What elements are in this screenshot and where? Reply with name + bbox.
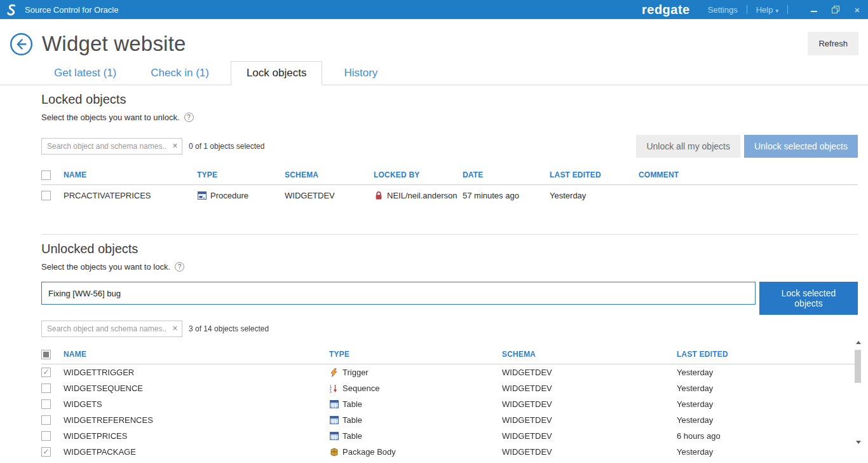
locked-objects-heading: Locked objects — [41, 92, 858, 107]
select-all-checkbox[interactable] — [41, 350, 51, 359]
cell-text: Yesterday — [550, 191, 586, 200]
cell-text: Trigger — [342, 368, 369, 377]
column-header-date[interactable]: DATE — [463, 166, 550, 184]
back-button[interactable] — [10, 32, 33, 56]
indeterminate-mark — [43, 352, 49, 357]
unlock-instruction: Select the objects you want to unlock. — [41, 113, 180, 122]
cell-name: WIDGETPACKAGE — [64, 447, 329, 457]
cell-text: WIDGETPRICES — [64, 431, 127, 441]
close-button[interactable]: × — [846, 0, 868, 19]
cell-text: WIDGETS — [64, 399, 102, 409]
table-icon — [329, 432, 339, 440]
cell-text: WIDGETTRIGGER — [64, 368, 134, 377]
cell-schema: WIDGETDEV — [502, 384, 677, 393]
trigger-icon — [329, 368, 339, 377]
lock-selected-objects-button[interactable]: Lock selected objects — [759, 282, 858, 315]
column-header-last-edited[interactable]: LAST EDITED — [550, 166, 639, 184]
help-question-icon[interactable]: ? — [175, 262, 184, 272]
column-header-type[interactable]: TYPE — [197, 166, 285, 184]
help-question-icon[interactable]: ? — [184, 113, 194, 122]
column-header-type[interactable]: TYPE — [329, 345, 502, 364]
cell-text: WIDGETSEQUENCE — [64, 384, 143, 393]
cell-text: Procedure — [210, 191, 248, 200]
cell-schema: WIDGETDEV — [502, 415, 677, 425]
lock-instruction: Select the objects you want to lock. — [41, 262, 170, 272]
tab-get-latest-1[interactable]: Get latest (1) — [41, 61, 129, 85]
table-icon — [329, 416, 339, 424]
tab-lock-objects[interactable]: Lock objects — [231, 61, 323, 85]
column-header-locked-by[interactable]: LOCKED BY — [374, 166, 463, 184]
column-header-name[interactable]: NAME — [64, 345, 329, 364]
column-header-name[interactable]: NAME — [64, 166, 197, 184]
procedure-icon — [197, 191, 207, 200]
cell-text: Table — [342, 399, 362, 409]
restore-icon — [832, 6, 839, 13]
app-window: Source Control for Oracle redgate Settin… — [0, 0, 868, 463]
row-checkbox[interactable] — [41, 399, 51, 409]
scroll-down-icon[interactable] — [856, 441, 861, 444]
cell-schema: WIDGETDEV — [502, 447, 677, 457]
column-header-schema[interactable]: SCHEMA — [502, 345, 677, 364]
row-checkbox[interactable] — [41, 191, 51, 200]
redgate-logo: redgate — [642, 3, 690, 17]
scrollbar-thumb[interactable] — [855, 350, 861, 383]
cell-text: WIDGETDEV — [502, 415, 552, 425]
lock-comment-input[interactable] — [41, 282, 756, 305]
tab-history[interactable]: History — [331, 61, 390, 85]
row-checkbox[interactable] — [41, 415, 51, 425]
cell-name: WIDGETPRICES — [64, 431, 329, 441]
cell-last_edited: Yesterday — [677, 447, 858, 457]
vertical-scrollbar[interactable] — [855, 341, 862, 444]
cell-type: Procedure — [197, 191, 285, 200]
titlebar: Source Control for Oracle redgate Settin… — [0, 0, 868, 19]
clear-search-icon[interactable]: ✕ — [172, 142, 178, 150]
row-checkbox[interactable]: ✓ — [41, 368, 51, 377]
cell-text: WIDGETDEV — [502, 431, 552, 441]
settings-menu-item[interactable]: Settings — [708, 5, 738, 15]
cell-text: Package Body — [342, 447, 396, 457]
row-checkbox[interactable] — [41, 384, 51, 393]
menu-divider — [787, 5, 788, 14]
page-header: Widget website — [0, 19, 868, 61]
cell-text: WIDGETDEV — [502, 368, 552, 377]
cell-text: 6 hours ago — [677, 431, 721, 441]
cell-type: Trigger — [329, 368, 502, 377]
table-row: WIDGETSTableWIDGETDEVYesterday — [41, 396, 858, 412]
unlocked-selection-summary: 3 of 14 objects selected — [189, 324, 269, 333]
close-icon: × — [855, 5, 860, 15]
refresh-button[interactable]: Refresh — [808, 32, 858, 55]
source-control-logo-icon — [5, 3, 18, 17]
cell-last_edited: 6 hours ago — [677, 431, 858, 441]
row-checkbox[interactable] — [41, 170, 51, 180]
minimize-button[interactable] — [803, 0, 825, 19]
clear-search-icon[interactable]: ✕ — [172, 324, 178, 333]
unlock-selected-objects-button[interactable]: Unlock selected objects — [744, 135, 858, 158]
table-row: ✓WIDGETPACKAGEPackage BodyWIDGETDEVYeste… — [41, 444, 858, 460]
svg-text:3: 3 — [330, 390, 332, 392]
column-header-comment[interactable]: COMMENT — [639, 166, 858, 184]
tab-check-in-1[interactable]: Check in (1) — [138, 61, 222, 85]
cell-last_edited: Yesterday — [677, 368, 858, 377]
page-title: Widget website — [42, 32, 186, 56]
scroll-up-icon[interactable] — [856, 341, 861, 344]
back-arrow-icon — [10, 32, 33, 56]
locked-search-input[interactable] — [41, 138, 182, 155]
lock-icon — [374, 191, 383, 200]
help-menu-item[interactable]: Help▾ — [756, 5, 778, 15]
cell-type: 123Sequence — [329, 384, 502, 393]
row-checkbox[interactable] — [41, 431, 51, 441]
unlock-all-my-objects-button[interactable]: Unlock all my objects — [636, 135, 740, 158]
row-checkbox[interactable]: ✓ — [41, 447, 51, 457]
content: Locked objects Select the objects you wa… — [0, 92, 868, 463]
cell-text: Table — [342, 431, 362, 441]
check-icon: ✓ — [43, 448, 49, 455]
cell-last_edited: Yesterday — [677, 399, 858, 409]
unlocked-search-input[interactable] — [41, 321, 182, 337]
column-header-last-edited[interactable]: LAST EDITED — [677, 345, 858, 364]
app-title: Source Control for Oracle — [25, 5, 118, 15]
cell-text: WIDGETREFERENCES — [64, 415, 153, 425]
column-header-schema[interactable]: SCHEMA — [285, 166, 374, 184]
cell-schema: WIDGETDEV — [502, 431, 677, 441]
sequence-icon: 123 — [329, 384, 339, 393]
restore-button[interactable] — [825, 0, 846, 19]
